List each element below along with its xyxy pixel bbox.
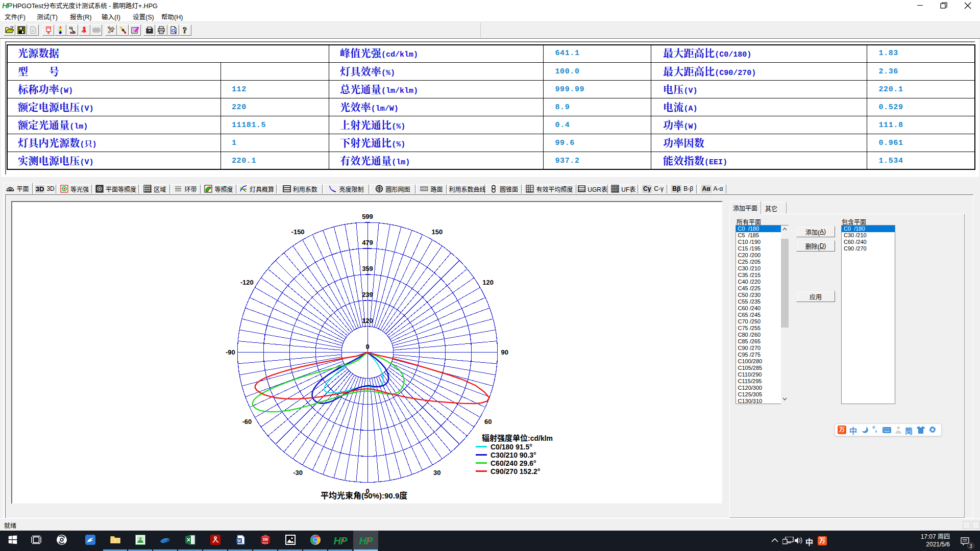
svg-text:-150: -150 (291, 228, 305, 236)
svg-text:-30: -30 (293, 469, 303, 477)
svg-text:?: ? (183, 26, 187, 34)
svg-text:479: 479 (362, 239, 373, 246)
svg-text:C90/270 152.2°: C90/270 152.2° (491, 467, 540, 475)
svg-text:60: 60 (484, 418, 492, 425)
svg-text:辐射强度单位:cd/klm: 辐射强度单位:cd/klm (482, 432, 553, 443)
svg-text:-60: -60 (242, 418, 252, 425)
svg-text:C0/180 91.5°: C0/180 91.5° (491, 443, 532, 451)
svg-text:359: 359 (362, 265, 373, 272)
svg-text:C30/210 90.3°: C30/210 90.3° (491, 451, 536, 459)
svg-text:30: 30 (433, 469, 440, 477)
svg-text:SW: SW (262, 538, 268, 541)
svg-text:2016: 2016 (262, 541, 268, 544)
svg-text:-90: -90 (226, 348, 235, 356)
svg-text:239: 239 (362, 291, 373, 298)
svg-text:599: 599 (362, 213, 373, 220)
svg-text:150: 150 (431, 228, 443, 236)
svg-text:0: 0 (365, 343, 369, 350)
svg-text:120: 120 (362, 317, 373, 324)
svg-text:C60/240 29.6°: C60/240 29.6° (491, 459, 536, 467)
svg-text:90: 90 (501, 348, 508, 356)
svg-text:-120: -120 (240, 279, 254, 286)
svg-text:W: W (237, 539, 241, 543)
svg-text:平均光束角(50%):90.9度: 平均光束角(50%):90.9度 (321, 489, 407, 501)
svg-text:A: A (32, 29, 35, 33)
svg-text:120: 120 (482, 279, 494, 286)
svg-text:R: R (139, 536, 141, 539)
